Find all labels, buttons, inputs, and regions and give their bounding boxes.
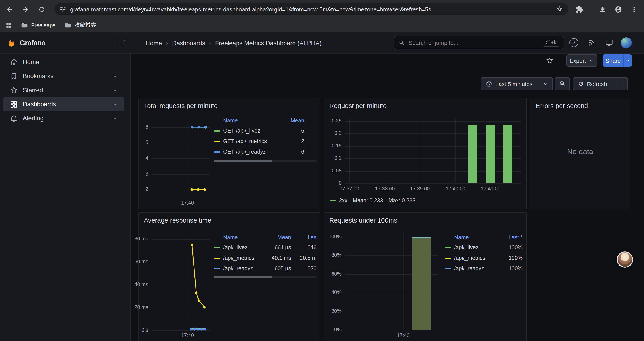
export-button[interactable]: Export [566,55,597,67]
legend-row[interactable]: GET /api/_readyz6 [214,147,316,157]
sidebar-item-starred[interactable]: Starred [3,83,124,97]
downloads-icon[interactable] [597,4,608,15]
y-axis-label: 20% [322,308,342,313]
x-axis-label: 17:40 [181,333,194,338]
legend-scrollbar-thumb[interactable] [214,276,272,278]
forward-icon[interactable] [20,4,31,15]
reload-icon[interactable] [36,4,47,15]
favorite-star-icon[interactable] [546,57,554,65]
chevron-down-icon[interactable] [112,87,118,94]
legend-header-row: NameMeanLas [214,233,316,242]
back-icon[interactable] [4,4,15,15]
legend-header[interactable]: Mean [266,234,291,240]
legend-series-name: GET /api/_livez [214,128,280,134]
breadcrumb: Home › Dashboards › Freeleaps Metrics Da… [146,32,322,54]
panel-title[interactable]: Average response time [144,216,211,224]
home-icon [10,58,18,66]
y-axis-label: 3 [129,171,148,176]
legend-row[interactable]: /api/_metrics40.1 ms20.5 m [214,253,316,263]
legend-item[interactable]: Max: 0.233 [388,197,416,204]
sidebar-item-bookmarks[interactable]: Bookmarks [3,69,124,83]
refresh-interval-button[interactable] [616,77,628,90]
apps-grid-icon[interactable] [5,22,12,29]
legend-header[interactable]: Mean [280,118,304,124]
panel-title[interactable]: Total requests per minute [144,102,218,109]
y-axis-label: 0.25 [322,118,342,123]
share-label: Share [606,57,620,64]
kiosk-monitor-icon[interactable] [605,39,613,47]
grafana-logo-icon[interactable] [6,38,16,47]
legend-row[interactable]: /api/_readyz100% [445,263,522,274]
chart-canvas [152,233,210,333]
y-axis-label: 60% [322,271,342,276]
legend-value: 100% [494,255,522,261]
sidebar-item-dashboards[interactable]: Dashboards [3,97,124,112]
legend-header[interactable]: Name [445,234,494,240]
sidebar-item-home[interactable]: Home [3,55,124,69]
legend-value: 20.5 m [291,255,316,261]
legend-header[interactable]: Name [214,234,266,240]
zoom-out-button[interactable] [555,77,570,90]
series-swatch [445,268,451,269]
y-axis-label: 6 [129,124,148,129]
breadcrumb-dashboards[interactable]: Dashboards [172,39,205,46]
legend-header[interactable]: Las [291,234,316,240]
help-icon[interactable]: ? [570,38,578,47]
search-input[interactable] [408,39,539,46]
profile-icon[interactable] [612,4,624,15]
refresh-icon [578,81,584,87]
legend-row[interactable]: GET /api/_metrics2 [214,136,316,147]
legend-series-name: GET /api/_metrics [214,138,280,144]
sidebar-item-alerting[interactable]: Alerting [3,112,124,126]
bar [412,237,430,330]
user-avatar[interactable] [621,37,632,48]
share-menu-button[interactable] [624,55,632,67]
chevron-down-icon[interactable] [112,115,118,122]
chevron-down-icon[interactable] [112,73,118,80]
time-range-label: Last 5 minutes [496,81,532,87]
no-data-text: No data [530,147,630,156]
extensions-icon[interactable] [574,4,585,15]
legend-row[interactable]: /api/_metrics100% [445,253,522,263]
panel-title[interactable]: Requests under 100ms [329,216,397,224]
legend-item[interactable]: Mean: 0.233 [353,197,383,204]
time-range-picker[interactable]: Last 5 minutes [481,77,553,90]
legend-row[interactable]: /api/_readyz605 µs620 [214,263,316,274]
legend-series-name: /api/_readyz [214,265,266,272]
legend-row[interactable]: /api/_livez661 µs646 [214,242,316,253]
x-gridline [385,119,385,183]
assistant-avatar-widget[interactable] [617,251,633,268]
breadcrumb-home[interactable]: Home [146,39,162,46]
series-swatch [445,257,451,259]
legend-value: 6 [280,149,304,155]
news-rss-icon[interactable] [588,39,596,47]
url-bar[interactable]: grafana.mathmast.com/d/deytv4rwavabkb/fr… [54,3,568,15]
legend-header[interactable]: Name [214,118,280,124]
y-axis-label: 100% [322,234,342,239]
sidebar-collapse-icon[interactable] [118,39,126,47]
chevron-down-icon[interactable] [112,101,118,108]
site-info-icon[interactable] [60,6,66,13]
legend-row[interactable]: GET /api/_livez6 [214,126,316,136]
refresh-button[interactable]: Refresh [573,77,616,90]
bookmark-item[interactable]: 收藏博客 [64,22,96,29]
legend-scrollbar[interactable] [214,276,316,278]
search-box[interactable]: ⌘+k [394,36,564,49]
bookmark-star-icon[interactable] [556,6,563,13]
brand-name[interactable]: Grafana [20,39,45,47]
share-button[interactable]: Share [603,55,624,67]
legend-item[interactable]: 2xx [330,197,348,204]
legend-scrollbar-thumb[interactable] [214,160,272,162]
menu-kebab-icon[interactable] [628,4,640,15]
zoom-out-icon [559,80,566,87]
bookmark-item[interactable]: Freeleaps [21,22,56,29]
chevron-down-icon [589,58,594,63]
x-axis-label: 17:37:00 [340,186,359,191]
legend-inline: 2xxMean: 0.233Max: 0.233 [330,197,416,204]
legend-row[interactable]: /api/_livez100% [445,242,522,253]
legend-scrollbar[interactable] [214,160,316,162]
url-text[interactable]: grafana.mathmast.com/d/deytv4rwavabkb/fr… [70,6,552,13]
panel-title[interactable]: Errors per second [536,102,588,109]
legend-header[interactable]: Last * [494,234,522,240]
panel-title[interactable]: Request per minute [329,102,387,109]
